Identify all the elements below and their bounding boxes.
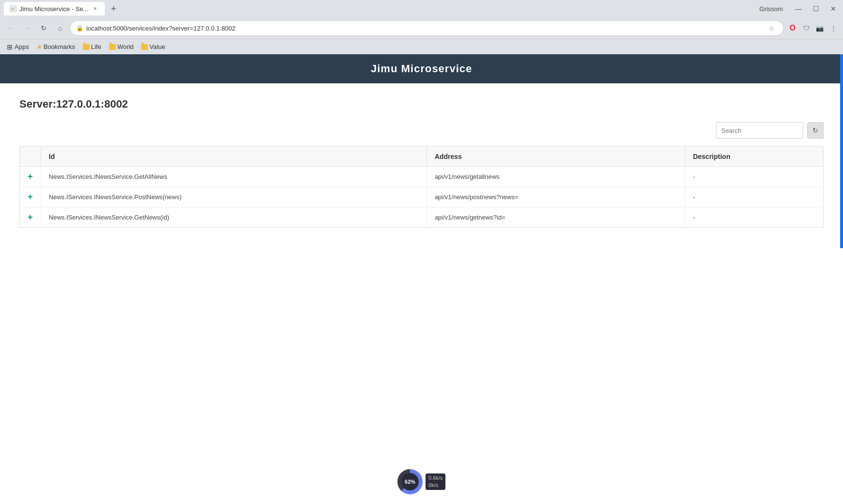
app-title: Jimu Microservice <box>371 63 472 75</box>
close-button[interactable]: ✕ <box>827 3 839 15</box>
maximize-button[interactable]: ☐ <box>810 3 822 15</box>
cell-id: News.IServices.INewsService.PostNews(new… <box>41 187 427 207</box>
expand-icon[interactable]: + <box>28 192 33 202</box>
apps-grid-icon: ⊞ <box>7 43 13 51</box>
page-content: Jimu Microservice Server:127.0.0.1:8002 … <box>0 54 843 504</box>
cpu-gauge: 62% <box>397 469 422 494</box>
server-title: Server:127.0.0.1:8002 <box>19 98 824 110</box>
table-row: + News.IServices.INewsService.PostNews(n… <box>20 187 824 207</box>
folder-icon <box>83 44 90 50</box>
folder-icon-value <box>141 44 148 50</box>
col-description: Description <box>685 147 823 167</box>
scroll-accent <box>840 54 843 248</box>
menu-button[interactable]: ⋮ <box>827 22 839 34</box>
user-name: Grissom <box>760 5 783 13</box>
svg-rect-2 <box>11 9 14 9</box>
forward-button[interactable]: → <box>20 21 34 35</box>
performance-widget: 62% 0.6k/s 0k/s <box>397 469 445 494</box>
cell-address: api/v1/news/getnews?id= <box>427 207 685 228</box>
world-bookmark[interactable]: World <box>106 42 137 51</box>
tab-title: Jimu Microservice - Se... <box>19 5 88 13</box>
col-id: Id <box>41 147 427 167</box>
cell-id: News.IServices.INewsService.GetNews(id) <box>41 207 427 228</box>
refresh-button[interactable]: ↻ <box>807 122 824 139</box>
network-stats: 0.6k/s 0k/s <box>425 473 445 490</box>
search-area: ↻ <box>19 122 824 139</box>
home-button[interactable]: ⌂ <box>53 21 67 35</box>
minimize-button[interactable]: — <box>793 3 804 15</box>
back-button[interactable]: ← <box>4 21 17 35</box>
table-row: + News.IServices.INewsService.GetNews(id… <box>20 207 824 228</box>
svg-rect-1 <box>11 8 15 8</box>
cell-description: - <box>685 207 823 228</box>
apps-label: Apps <box>15 43 29 50</box>
table-row: + News.IServices.INewsService.GetAllNews… <box>20 167 824 187</box>
apps-bookmark[interactable]: ⊞ Apps <box>4 42 32 52</box>
refresh-icon: ↻ <box>812 126 818 134</box>
network-down: 0k/s <box>428 482 442 489</box>
bookmarks-bar: ⊞ Apps ★ Bookmarks Life World Value <box>0 39 843 54</box>
cell-address: api/v1/news/getallnews <box>427 167 685 187</box>
shield-icon[interactable]: 🛡 <box>800 22 812 34</box>
svg-rect-3 <box>11 10 15 10</box>
reload-button[interactable]: ↻ <box>37 21 50 35</box>
world-label: World <box>117 43 134 50</box>
life-bookmark[interactable]: Life <box>80 42 104 51</box>
value-bookmark[interactable]: Value <box>138 42 168 51</box>
col-action <box>20 147 41 167</box>
cpu-percent: 62% <box>401 473 419 490</box>
value-label: Value <box>149 43 165 50</box>
expand-icon[interactable]: + <box>28 212 33 222</box>
security-icon: 🔒 <box>76 25 83 32</box>
network-up: 0.6k/s <box>428 474 442 482</box>
app-header: Jimu Microservice <box>0 54 843 83</box>
bookmarks-label: Bookmarks <box>44 43 75 50</box>
tab-favicon <box>10 5 16 12</box>
tab-close-button[interactable]: × <box>91 5 99 13</box>
new-tab-button[interactable]: + <box>107 2 120 16</box>
cell-address: api/v1/news/postnews?news= <box>427 187 685 207</box>
browser-tab[interactable]: Jimu Microservice - Se... × <box>4 2 105 16</box>
life-label: Life <box>91 43 101 50</box>
screenshot-icon[interactable]: 📷 <box>814 22 826 34</box>
star-icon: ★ <box>37 44 42 50</box>
url-display: localhost:5000/services/index?server=127… <box>86 25 763 32</box>
search-input[interactable] <box>716 122 803 139</box>
bookmarks-bookmark[interactable]: ★ Bookmarks <box>34 42 78 51</box>
address-bar[interactable]: 🔒 localhost:5000/services/index?server=1… <box>70 20 784 36</box>
cell-description: - <box>685 167 823 187</box>
cell-description: - <box>685 187 823 207</box>
col-address: Address <box>427 147 685 167</box>
services-table: Id Address Description + News.IServices.… <box>19 146 824 228</box>
opera-icon[interactable]: O <box>787 22 798 34</box>
cell-id: News.IServices.INewsService.GetAllNews <box>41 167 427 187</box>
folder-icon-world <box>109 44 116 50</box>
bookmark-star-icon[interactable]: ☆ <box>766 22 778 34</box>
expand-icon[interactable]: + <box>28 172 33 181</box>
